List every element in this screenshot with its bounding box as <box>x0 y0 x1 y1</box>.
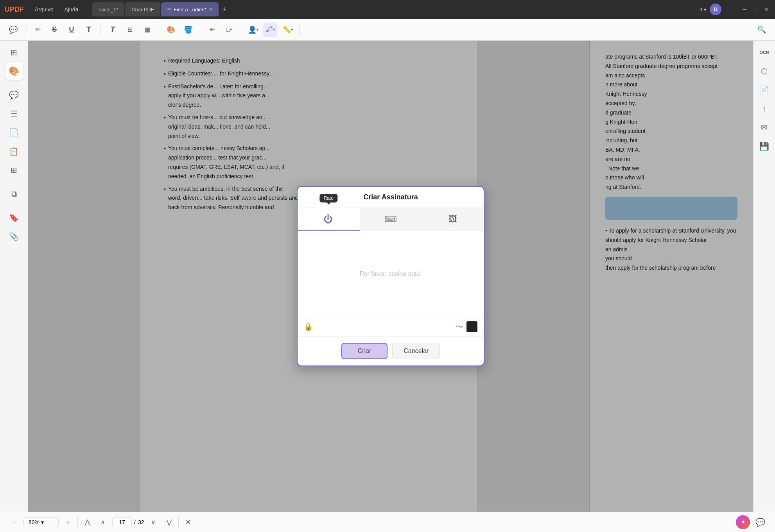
status-close-button[interactable]: ✕ <box>182 516 194 528</box>
edit-text-tool[interactable]: ⊞ <box>123 23 137 37</box>
tab-excel[interactable]: excel_1* <box>92 2 124 16</box>
nav-last-button[interactable]: ⋁ <box>163 516 175 528</box>
nav-bottom-icon: ⋁ <box>167 518 172 526</box>
user-avatar[interactable]: U <box>710 4 721 15</box>
minimize-button[interactable]: ─ <box>741 5 748 13</box>
nav-up-icon: ∧ <box>100 518 105 526</box>
squiggle-icon[interactable]: 〜 <box>456 322 463 332</box>
nav-prev-button[interactable]: ∧ <box>97 516 109 528</box>
draw-tab-tooltip: Rato <box>320 194 337 202</box>
right-export[interactable]: 📄 <box>756 81 773 99</box>
pen-tool[interactable]: ✒ <box>205 23 219 37</box>
toolbar-sep-4 <box>200 24 200 35</box>
modal-overlay: Criar Assinatura Rato ⏻ ⌨ 🖼 Por favor, a… <box>28 41 753 512</box>
nav-first-button[interactable]: ⋀ <box>81 516 93 528</box>
text-t-icon: T <box>86 25 91 34</box>
modal-tab-image[interactable]: 🖼 <box>422 208 484 231</box>
right-upload[interactable]: ↑ <box>756 100 773 117</box>
sidebar-page-thumbnail[interactable]: ⊞ <box>5 44 23 61</box>
add-tab-button[interactable]: + <box>219 4 230 15</box>
page-separator: / <box>134 519 136 525</box>
modal-tab-bar: Rato ⏻ ⌨ 🖼 <box>298 208 484 231</box>
tab-criar-pdf[interactable]: Criar PDF <box>125 2 160 16</box>
nav-top-icon: ⋀ <box>85 518 90 526</box>
tab-excel-label: excel_1* <box>99 7 118 13</box>
sidebar-bookmark-marker[interactable]: 🔖 <box>5 209 23 226</box>
text-block-tool[interactable]: ▦ <box>140 23 154 37</box>
current-page-input[interactable] <box>112 517 132 527</box>
tab-find-studies[interactable]: ✏ Find-a...udies* ✕ <box>161 2 219 16</box>
bucket-tool[interactable]: 🪣 <box>181 23 195 37</box>
close-icon: ✕ <box>185 518 191 527</box>
chat-button[interactable]: 💬 <box>753 515 767 529</box>
menu-ajuda[interactable]: Ajuda <box>59 5 83 14</box>
sidebar-attachment[interactable]: 📎 <box>5 228 23 245</box>
chat-icon: 💬 <box>755 518 765 527</box>
text-box-tool[interactable]: T <box>106 23 120 37</box>
modal-draw-canvas[interactable]: Por favor, assine aqui. <box>298 231 484 317</box>
text-tool[interactable]: T <box>82 23 96 37</box>
criar-button[interactable]: Criar <box>341 343 388 359</box>
zoom-out-button[interactable]: − <box>8 516 20 528</box>
sidebar-table[interactable]: ⊞ <box>5 161 23 179</box>
sidebar-brand[interactable]: 🎨 <box>5 63 23 80</box>
fill-color-tool[interactable]: 🎨 <box>164 23 178 37</box>
measure-arrow: ▾ <box>291 27 293 32</box>
status-bar: − 80% ▾ + ⋀ ∧ / 32 ∨ ⋁ ✕ ✦ 💬 <box>0 512 775 532</box>
nav-next-button[interactable]: ∨ <box>147 516 160 528</box>
measure-tool[interactable]: 📏 ▾ <box>280 23 294 37</box>
shapes-arrow: ▾ <box>230 27 232 32</box>
right-convert[interactable]: ⬡ <box>756 63 773 80</box>
modal-tab-draw[interactable]: Rato ⏻ <box>298 208 360 231</box>
signature-tool[interactable]: 🖍 ▾ <box>263 23 277 37</box>
nav-down-icon: ∨ <box>151 518 156 526</box>
convert-icon: ⬡ <box>761 66 768 76</box>
shapes-tool[interactable]: □ ▾ <box>222 23 236 37</box>
ai-button[interactable]: ✦ <box>736 515 750 529</box>
total-pages: 32 <box>138 519 144 525</box>
zoom-level-display[interactable]: 80% ▾ <box>23 517 59 527</box>
measure-icon: 📏 <box>282 25 291 34</box>
menu-arquivo[interactable]: Arquivo <box>30 5 58 14</box>
sidebar-separator-3 <box>7 206 21 206</box>
right-email[interactable]: ✉ <box>756 119 773 136</box>
highlight-icon: ✏ <box>35 26 40 33</box>
lock-icon: 🔒 <box>304 322 312 331</box>
criar-assinatura-modal: Criar Assinatura Rato ⏻ ⌨ 🖼 Por favor, a… <box>297 186 484 366</box>
tab-bar: excel_1* Criar PDF ✏ Find-a...udies* ✕ + <box>92 2 696 16</box>
separator <box>728 5 728 14</box>
sidebar-text-list[interactable]: ☰ <box>5 105 23 122</box>
sidebar-form[interactable]: 📋 <box>5 143 23 160</box>
strikethrough-tool[interactable]: S <box>47 23 61 37</box>
right-save[interactable]: 💾 <box>756 138 773 155</box>
zoom-in-button[interactable]: + <box>62 516 74 528</box>
bucket-icon: 🪣 <box>184 25 192 34</box>
tab-criar-label: Criar PDF <box>131 7 154 13</box>
fill-color-icon: 🎨 <box>167 25 175 34</box>
underline-tool[interactable]: U <box>65 23 79 37</box>
sidebar-layers[interactable]: ⧉ <box>5 185 23 202</box>
modal-tab-keyboard[interactable]: ⌨ <box>360 208 422 231</box>
search-tool[interactable]: 🔍 <box>755 23 769 37</box>
toolbar-sep-2 <box>100 24 101 35</box>
main-layout: ⊞ 🎨 💬 ☰ 📄 📋 ⊞ ⧉ 🔖 📎 <box>0 41 775 512</box>
search-icon: 🔍 <box>757 25 766 34</box>
sidebar-comments[interactable]: 💬 <box>5 86 23 104</box>
color-swatch[interactable] <box>466 321 477 332</box>
sidebar-bookmarks[interactable]: 📄 <box>5 124 23 141</box>
highlight-tool[interactable]: ✏ <box>30 23 44 37</box>
zoom-out-icon: − <box>12 519 16 526</box>
image-tab-icon: 🖼 <box>448 214 457 224</box>
maximize-button[interactable]: □ <box>752 5 759 13</box>
text-box-icon: T <box>110 25 115 34</box>
right-ocr[interactable]: OCR <box>756 44 773 61</box>
window-controls: ─ □ ✕ <box>741 5 770 13</box>
stamp-tool[interactable]: 👤 ▾ <box>246 23 260 37</box>
comment-tool[interactable]: 💬 <box>6 23 20 37</box>
cancelar-button[interactable]: Cancelar <box>392 343 440 359</box>
stamp-arrow: ▾ <box>257 27 258 32</box>
close-button[interactable]: ✕ <box>762 5 770 13</box>
tab-close-icon[interactable]: ✕ <box>209 7 212 12</box>
zoom-dropdown-arrow: ▾ <box>41 519 44 525</box>
right-sidebar: OCR ⬡ 📄 ↑ ✉ 💾 <box>753 41 775 512</box>
